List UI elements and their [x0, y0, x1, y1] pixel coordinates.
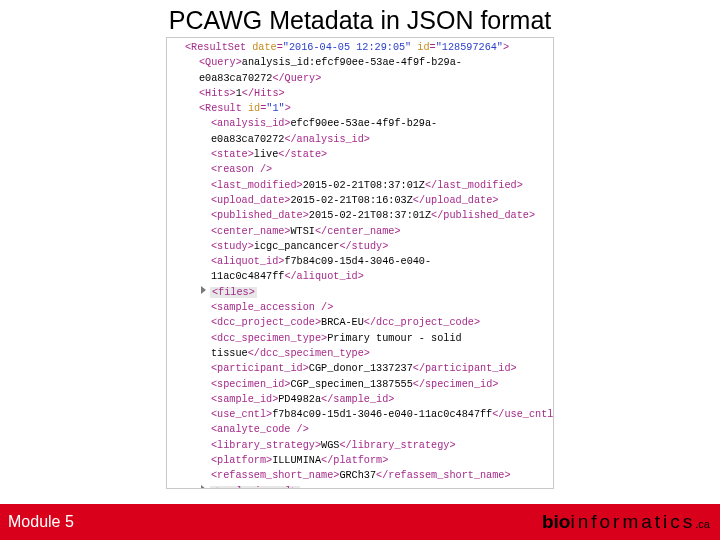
center-close: </center_name>	[315, 226, 401, 237]
study-text: icgc_pancancer	[254, 241, 340, 252]
lastmod-text: 2015-02-21T08:37:01Z	[303, 180, 425, 191]
center-text: WTSI	[290, 226, 314, 237]
center-open: <center_name>	[211, 226, 290, 237]
participant-text: CGP_donor_1337237	[309, 363, 413, 374]
dccproj-close: </dcc_project_code>	[364, 317, 480, 328]
analysisid-open: <analysis_id>	[211, 118, 290, 129]
specimen-open: <specimen_id>	[211, 379, 290, 390]
specimen-close: </specimen_id>	[413, 379, 499, 390]
query-text-line2: e0a83ca70272	[199, 73, 272, 84]
result-open-tag: <Result id="1">	[199, 103, 291, 114]
footer-bar: Module 5 bioinformatics.ca	[0, 504, 720, 540]
module-label: Module 5	[8, 513, 74, 531]
expand-triangle-icon[interactable]	[201, 485, 206, 489]
aliquot-open: <aliquot_id>	[211, 256, 284, 267]
published-close: </published_date>	[431, 210, 535, 221]
libstrat-text: WGS	[321, 440, 339, 451]
platform-close: </platform>	[321, 455, 388, 466]
dccspec-text: Primary tumour - solid	[327, 333, 462, 344]
analysisid-close: </analysis_id>	[284, 134, 370, 145]
upload-open: <upload_date>	[211, 195, 290, 206]
platform-open: <platform>	[211, 455, 272, 466]
participant-close: </participant_id>	[413, 363, 517, 374]
sampleid-open: <sample_id>	[211, 394, 278, 405]
usecntl-text: f7b84c09-15d1-3046-e040-11ac0c4847ff	[272, 409, 492, 420]
dccspec-open: <dcc_specimen_type>	[211, 333, 327, 344]
refassem-close: </refassem_short_name>	[376, 470, 511, 481]
aliquot-close: </aliquot_id>	[284, 271, 363, 282]
hits-close: </Hits>	[242, 88, 285, 99]
files-collapsed[interactable]: <files>	[212, 287, 255, 298]
xml-viewer: <ResultSet date="2016-04-05 12:29:05" id…	[166, 37, 554, 489]
platform-text: ILLUMINA	[272, 455, 321, 466]
usecntl-open: <use_cntl>	[211, 409, 272, 420]
usecntl-close: </use_cntl>	[492, 409, 554, 420]
lastmod-open: <last_modified>	[211, 180, 303, 191]
dccproj-open: <dcc_project_code>	[211, 317, 321, 328]
analyte-self: <analyte_code />	[211, 424, 309, 435]
study-open: <study>	[211, 241, 254, 252]
published-text: 2015-02-21T08:37:01Z	[309, 210, 431, 221]
upload-text: 2015-02-21T08:16:03Z	[290, 195, 412, 206]
dccproj-text: BRCA-EU	[321, 317, 364, 328]
state-close: </state>	[278, 149, 327, 160]
published-open: <published_date>	[211, 210, 309, 221]
state-open: <state>	[211, 149, 254, 160]
brand-rest: informatics	[570, 511, 695, 532]
upload-close: </upload_date>	[413, 195, 499, 206]
resultset-open-tag: <ResultSet date="2016-04-05 12:29:05" id…	[185, 42, 509, 53]
brand-bold: bio	[542, 511, 571, 532]
specimen-text: CGP_specimen_1387555	[290, 379, 412, 390]
refassem-open: <refassem_short_name>	[211, 470, 339, 481]
analysisid-text: efcf90ee-53ae-4f9f-b29a-	[290, 118, 437, 129]
hits-open: <Hits>	[199, 88, 236, 99]
analysisid-text2: e0a83ca70272	[211, 134, 284, 145]
state-text: live	[254, 149, 278, 160]
refassem-text: GRCh37	[339, 470, 376, 481]
reason-self: <reason />	[211, 164, 272, 175]
dccspec-close: </dcc_specimen_type>	[248, 348, 370, 359]
aliquot-text: f7b84c09-15d4-3046-e040-	[284, 256, 431, 267]
expand-triangle-icon[interactable]	[201, 286, 206, 294]
libstrat-open: <library_strategy>	[211, 440, 321, 451]
analysisxml-collapsed[interactable]: <analysis_xml>	[212, 486, 298, 489]
sample-accession-self: <sample_accession />	[211, 302, 333, 313]
dccspec-text2: tissue	[211, 348, 248, 359]
brand-logo: bioinformatics.ca	[542, 511, 710, 533]
query-close: </Query>	[272, 73, 321, 84]
sampleid-close: </sample_id>	[321, 394, 394, 405]
query-open: <Query>	[199, 57, 242, 68]
lastmod-close: </last_modified>	[425, 180, 523, 191]
aliquot-text2: 11ac0c4847ff	[211, 271, 284, 282]
participant-open: <participant_id>	[211, 363, 309, 374]
slide-title: PCAWG Metadata in JSON format	[0, 0, 720, 37]
study-close: </study>	[339, 241, 388, 252]
query-text: analysis_id:efcf90ee-53ae-4f9f-b29a-	[242, 57, 462, 68]
brand-suffix: .ca	[695, 518, 710, 530]
libstrat-close: </library_strategy>	[339, 440, 455, 451]
sampleid-text: PD4982a	[278, 394, 321, 405]
